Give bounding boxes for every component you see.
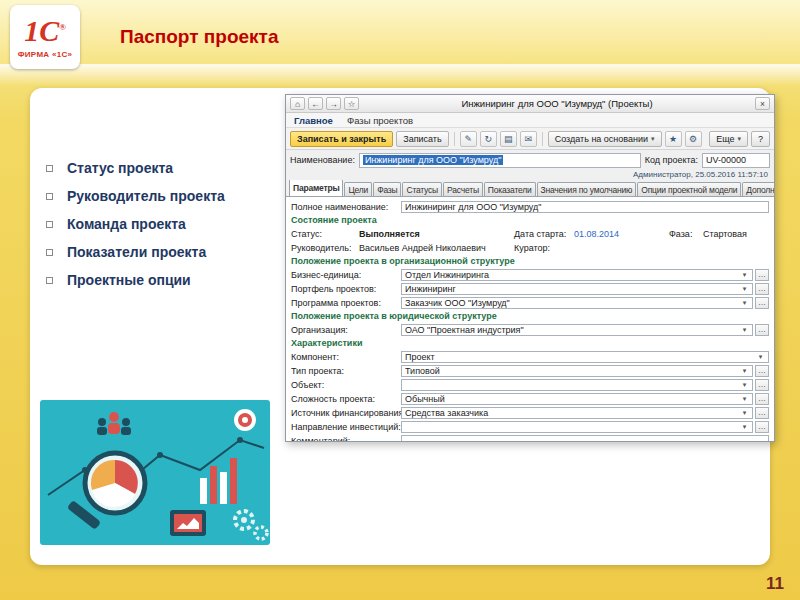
- choose-button[interactable]: …: [755, 269, 769, 281]
- program-field[interactable]: Заказчик ООО "Изумруд"▾: [401, 297, 753, 309]
- menu-item[interactable]: Главное: [294, 115, 333, 126]
- chevron-down-icon[interactable]: ▾: [756, 353, 765, 361]
- portfolio-field[interactable]: Инжиниринг▾: [401, 283, 753, 295]
- full-name-row: Полное наименование: Инжиниринг для ООО …: [291, 200, 769, 213]
- edit-icon[interactable]: ✎: [460, 131, 477, 147]
- choose-button[interactable]: …: [755, 379, 769, 391]
- more-button[interactable]: Еще▾: [709, 131, 748, 147]
- project-type-field[interactable]: Типовой▾: [401, 365, 753, 377]
- phase-value: Стартовая: [703, 229, 747, 239]
- status-label: Статус:: [291, 229, 359, 239]
- tab[interactable]: Показатели: [484, 182, 536, 196]
- status-row: Статус: Выполняется Дата старта: 01.08.2…: [291, 227, 769, 240]
- settings-gear-icon[interactable]: ⚙: [685, 131, 702, 147]
- chevron-down-icon: ▾: [651, 135, 655, 143]
- create-based-on-button[interactable]: Создать на основании▾: [548, 131, 662, 147]
- choose-button[interactable]: …: [755, 365, 769, 377]
- tab[interactable]: Опции проектной модели: [637, 182, 741, 196]
- business-unit-field[interactable]: Отдел Инжиниринга▾: [401, 269, 753, 281]
- chevron-down-icon[interactable]: ▾: [740, 326, 749, 334]
- favorite-star-icon[interactable]: ☆: [344, 97, 359, 110]
- name-input[interactable]: Инжиниринг для ООО "Изумруд": [359, 153, 641, 168]
- bullet-label: Команда проекта: [67, 216, 186, 232]
- full-name-field[interactable]: Инжиниринг для ООО "Изумруд": [401, 201, 769, 213]
- object-row: Объект: ▾ …: [291, 378, 769, 391]
- bullet-item: Команда проекта: [46, 216, 276, 232]
- choose-button[interactable]: …: [755, 297, 769, 309]
- manager-value[interactable]: Васильев Андрей Николаевич: [359, 243, 514, 253]
- 1c-logo: 1С® ФИРМА «1С»: [10, 5, 80, 69]
- target-icon: [234, 409, 256, 431]
- choose-button[interactable]: …: [755, 421, 769, 433]
- tab[interactable]: Цели: [344, 182, 372, 196]
- choose-button[interactable]: …: [755, 407, 769, 419]
- back-icon[interactable]: ←: [308, 97, 323, 110]
- chevron-down-icon[interactable]: ▾: [740, 271, 749, 279]
- chevron-down-icon[interactable]: ▾: [740, 395, 749, 403]
- close-icon[interactable]: ×: [755, 97, 770, 110]
- bullet-label: Статус проекта: [67, 160, 173, 176]
- status-value: Выполняется: [359, 229, 514, 239]
- manager-label: Руководитель:: [291, 243, 359, 253]
- slide-title: Паспорт проекта: [120, 26, 278, 48]
- choose-button[interactable]: …: [755, 324, 769, 336]
- bullet-label: Проектные опции: [67, 272, 191, 288]
- complexity-label: Сложность проекта:: [291, 394, 401, 404]
- object-field[interactable]: ▾: [401, 379, 753, 391]
- square-bullet-icon: [46, 165, 53, 172]
- tab-strip: Параметры Цели Фазы Статусы Расчеты Пока…: [286, 180, 774, 197]
- chevron-down-icon[interactable]: ▾: [740, 285, 749, 293]
- tab[interactable]: Значения по умолчанию: [537, 182, 637, 196]
- portfolio-label: Портфель проектов:: [291, 284, 401, 294]
- group-title-state: Состояние проекта: [291, 214, 769, 226]
- toolbar-separator: [454, 132, 455, 146]
- refresh-icon[interactable]: ↻: [480, 131, 497, 147]
- funding-source-row: Источник финансирования: Средства заказч…: [291, 406, 769, 419]
- funding-source-field[interactable]: Средства заказчика▾: [401, 407, 753, 419]
- tab[interactable]: Статусы: [402, 182, 442, 196]
- help-button[interactable]: ?: [751, 131, 770, 147]
- business-unit-row: Бизнес-единица: Отдел Инжиниринга▾ …: [291, 268, 769, 281]
- group-title-characteristics: Характеристики: [291, 337, 769, 349]
- choose-button[interactable]: …: [755, 393, 769, 405]
- favorites-icon[interactable]: ★: [665, 131, 682, 147]
- component-field[interactable]: Проект▾: [401, 351, 769, 363]
- chevron-down-icon: ▾: [737, 135, 741, 143]
- tab[interactable]: Расчеты: [443, 182, 483, 196]
- bullet-item: Проектные опции: [46, 272, 276, 288]
- start-date-value[interactable]: 01.08.2014: [574, 229, 669, 239]
- comment-field[interactable]: [401, 435, 769, 442]
- bullet-item: Статус проекта: [46, 160, 276, 176]
- mail-icon[interactable]: ✉: [520, 131, 537, 147]
- organization-row: Организация: ОАО "Проектная индустрия"▾ …: [291, 323, 769, 336]
- investment-direction-field[interactable]: ▾: [401, 421, 753, 433]
- chevron-down-icon[interactable]: ▾: [740, 299, 749, 307]
- menu-item[interactable]: Фазы проектов: [347, 115, 413, 126]
- comment-label: Комментарий:: [291, 436, 401, 442]
- save-button[interactable]: Записать: [396, 131, 448, 147]
- tab[interactable]: Параметры: [289, 180, 343, 196]
- object-label: Объект:: [291, 380, 401, 390]
- tablet-icon: [170, 510, 206, 536]
- tab[interactable]: Дополнительно: [742, 182, 774, 196]
- chevron-down-icon[interactable]: ▾: [740, 367, 749, 375]
- tab[interactable]: Фазы: [373, 182, 401, 196]
- header-fade-stripe: [0, 64, 800, 86]
- forward-icon[interactable]: →: [326, 97, 341, 110]
- complexity-field[interactable]: Обычный▾: [401, 393, 753, 405]
- logo-subtitle: ФИРМА «1С»: [18, 50, 73, 59]
- home-icon[interactable]: ⌂: [290, 97, 305, 110]
- chevron-down-icon[interactable]: ▾: [740, 409, 749, 417]
- project-type-label: Тип проекта:: [291, 366, 401, 376]
- chevron-down-icon[interactable]: ▾: [740, 423, 749, 431]
- project-type-row: Тип проекта: Типовой▾ …: [291, 364, 769, 377]
- registered-mark: ®: [59, 22, 66, 32]
- group-title-org-structure: Положение проекта в организационной стру…: [291, 255, 769, 267]
- form-panel: Полное наименование: Инжиниринг для ООО …: [286, 197, 774, 441]
- report-icon[interactable]: ▤: [500, 131, 517, 147]
- chevron-down-icon[interactable]: ▾: [740, 381, 749, 389]
- choose-button[interactable]: …: [755, 283, 769, 295]
- project-code-input[interactable]: UV-00000: [702, 153, 770, 168]
- save-close-button[interactable]: Записать и закрыть: [290, 131, 393, 147]
- organization-field[interactable]: ОАО "Проектная индустрия"▾: [401, 324, 753, 336]
